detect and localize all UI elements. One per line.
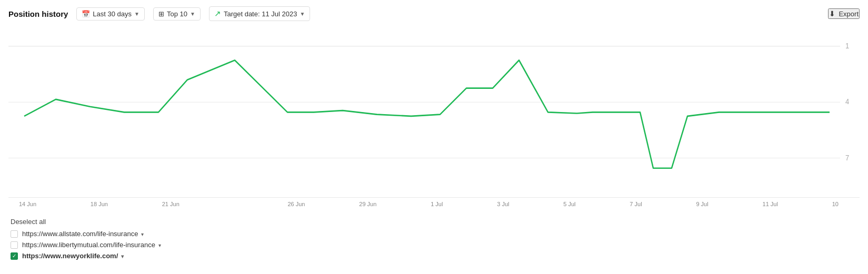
x-label-11jul: 11 Jul <box>763 201 778 207</box>
svg-text:4: 4 <box>845 98 850 106</box>
target-date-label: Target date: 11 Jul 2023 <box>224 10 297 18</box>
x-label-9jul: 9 Jul <box>696 201 708 207</box>
date-range-chevron: ▼ <box>134 11 139 17</box>
x-label-21jun: 21 Jun <box>162 201 179 207</box>
svg-text:1: 1 <box>845 42 849 50</box>
toolbar: Position history 📅 Last 30 days ▼ ⊞ Top … <box>8 6 860 21</box>
newyorklife-checkbox[interactable] <box>11 252 18 260</box>
page-title: Position history <box>8 9 68 18</box>
position-history-container: Position history 📅 Last 30 days ▼ ⊞ Top … <box>0 0 868 271</box>
list-item: https://www.allstate.com/life-insurance … <box>11 230 860 238</box>
x-label-7jul: 7 Jul <box>630 201 642 207</box>
list-item: https://www.libertymutual.com/life-insur… <box>11 241 860 249</box>
chart-svg: 1 4 7 <box>8 29 860 197</box>
x-label-18jun: 18 Jun <box>91 201 108 207</box>
table-icon: ⊞ <box>158 10 164 18</box>
deselect-all-button[interactable]: Deselect all <box>11 218 860 226</box>
x-label-1jul: 1 Jul <box>431 201 443 207</box>
svg-text:7: 7 <box>845 154 849 161</box>
x-label-3jul: 3 Jul <box>497 201 509 207</box>
target-date-chevron: ▼ <box>300 11 305 17</box>
top-filter-button[interactable]: ⊞ Top 10 ▼ <box>153 7 201 21</box>
position-chart: 1 4 7 <box>8 29 860 198</box>
x-label-5jul: 5 Jul <box>563 201 575 207</box>
x-label-26jun: 26 Jun <box>287 201 305 207</box>
allstate-url-chevron: ▾ <box>141 231 144 237</box>
newyorklife-url[interactable]: https://www.newyorklife.com/ ▾ <box>22 252 124 260</box>
x-label-29jun: 29 Jun <box>359 201 376 207</box>
trend-icon: ↗ <box>214 9 221 18</box>
date-range-label: Last 30 days <box>93 10 132 18</box>
x-label-14jun: 14 Jun <box>19 201 36 207</box>
libertymutual-url-chevron: ▾ <box>158 242 161 248</box>
newyorklife-url-chevron: ▾ <box>121 253 124 259</box>
top-filter-chevron: ▼ <box>190 11 195 17</box>
legend-section: Deselect all https://www.allstate.com/li… <box>8 218 860 260</box>
calendar-icon: 📅 <box>82 10 90 18</box>
allstate-checkbox[interactable] <box>11 230 18 238</box>
chart-line <box>24 60 830 168</box>
top-label: Top 10 <box>167 10 187 18</box>
target-date-button[interactable]: ↗ Target date: 11 Jul 2023 ▼ <box>209 6 310 21</box>
date-range-button[interactable]: 📅 Last 30 days ▼ <box>76 7 145 21</box>
allstate-url-text: https://www.allstate.com/life-insurance <box>22 230 138 238</box>
libertymutual-url-text: https://www.libertymutual.com/life-insur… <box>22 241 155 249</box>
x-label-10: 10 <box>832 201 839 207</box>
libertymutual-checkbox[interactable] <box>11 241 18 249</box>
export-button[interactable]: ⬇ Export <box>828 8 860 19</box>
allstate-url[interactable]: https://www.allstate.com/life-insurance … <box>22 230 144 238</box>
list-item: https://www.newyorklife.com/ ▾ <box>11 252 860 260</box>
export-label: Export <box>839 10 859 18</box>
newyorklife-url-text: https://www.newyorklife.com/ <box>22 252 118 260</box>
x-axis-labels: 14 Jun 18 Jun 21 Jun 26 Jun 29 Jun 1 Jul… <box>8 198 860 210</box>
export-icon: ⬇ <box>829 9 835 18</box>
libertymutual-url[interactable]: https://www.libertymutual.com/life-insur… <box>22 241 161 249</box>
